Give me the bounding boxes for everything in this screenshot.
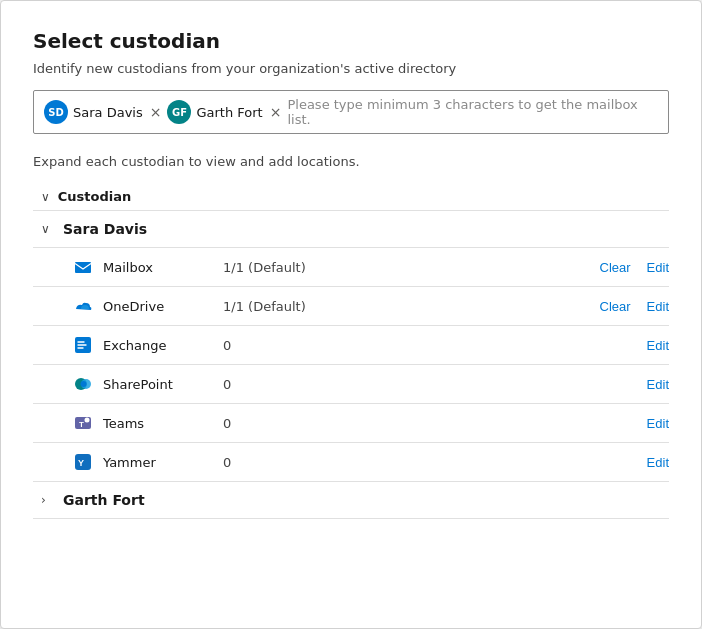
- clear-button-sara-davis-mailbox[interactable]: Clear: [600, 260, 631, 275]
- tag-name-garth-fort: Garth Fort: [196, 105, 262, 120]
- loc-status-exchange: 0: [223, 338, 585, 353]
- instruction-text: Expand each custodian to view and add lo…: [33, 154, 669, 169]
- loc-actions-mailbox: Clear Edit: [600, 260, 669, 275]
- loc-icon-yammer: Y: [73, 452, 93, 472]
- edit-button-sara-davis-onedrive[interactable]: Edit: [647, 299, 669, 314]
- location-row-sara-davis-teams: T Teams 0 Edit: [33, 404, 669, 443]
- edit-button-sara-davis-sharepoint[interactable]: Edit: [647, 377, 669, 392]
- loc-name-mailbox: Mailbox: [103, 260, 213, 275]
- dialog-title: Select custodian: [33, 29, 669, 53]
- location-row-sara-davis-exchange: Exchange 0 Edit: [33, 326, 669, 365]
- loc-actions-onedrive: Clear Edit: [600, 299, 669, 314]
- custodian-name-sara-davis: Sara Davis: [63, 221, 147, 237]
- column-header-label: Custodian: [58, 189, 131, 204]
- svg-point-7: [85, 418, 90, 423]
- search-placeholder: Please type minimum 3 characters to get …: [287, 97, 658, 127]
- loc-name-exchange: Exchange: [103, 338, 213, 353]
- edit-button-sara-davis-mailbox[interactable]: Edit: [647, 260, 669, 275]
- custodian-table: ∨ Custodian ∨ Sara Davis Mailbox 1/1 (De…: [33, 183, 669, 519]
- custodian-chevron-sara-davis: ∨: [41, 222, 55, 236]
- loc-actions-yammer: Edit: [595, 455, 669, 470]
- edit-button-sara-davis-yammer[interactable]: Edit: [647, 455, 669, 470]
- select-custodian-dialog: Select custodian Identify new custodians…: [0, 0, 702, 629]
- custodian-row-sara-davis[interactable]: ∨ Sara Davis: [33, 211, 669, 248]
- tag-sara-davis: SD Sara Davis ×: [44, 100, 161, 124]
- dialog-subtitle: Identify new custodians from your organi…: [33, 61, 669, 76]
- loc-icon-exchange: [73, 335, 93, 355]
- edit-button-sara-davis-teams[interactable]: Edit: [647, 416, 669, 431]
- column-header-row: ∨ Custodian: [33, 183, 669, 211]
- loc-icon-mailbox: [73, 257, 93, 277]
- loc-actions-sharepoint: Edit: [595, 377, 669, 392]
- edit-button-sara-davis-exchange[interactable]: Edit: [647, 338, 669, 353]
- loc-name-yammer: Yammer: [103, 455, 213, 470]
- loc-name-onedrive: OneDrive: [103, 299, 213, 314]
- custodian-search-box[interactable]: SD Sara Davis × GF Garth Fort × Please t…: [33, 90, 669, 134]
- custodian-name-garth-fort: Garth Fort: [63, 492, 145, 508]
- loc-icon-teams: T: [73, 413, 93, 433]
- loc-actions-teams: Edit: [595, 416, 669, 431]
- location-row-sara-davis-mailbox: Mailbox 1/1 (Default) Clear Edit: [33, 248, 669, 287]
- loc-status-teams: 0: [223, 416, 585, 431]
- svg-rect-0: [75, 262, 91, 273]
- custodian-chevron-garth-fort: ›: [41, 493, 55, 507]
- loc-actions-exchange: Edit: [595, 338, 669, 353]
- tag-close-garth-fort[interactable]: ×: [270, 105, 282, 119]
- column-header-chevron-icon: ∨: [41, 190, 50, 204]
- tag-garth-fort: GF Garth Fort ×: [167, 100, 281, 124]
- avatar-sara-davis: SD: [44, 100, 68, 124]
- loc-status-sharepoint: 0: [223, 377, 585, 392]
- tag-close-sara-davis[interactable]: ×: [150, 105, 162, 119]
- svg-text:T: T: [79, 420, 84, 429]
- tag-name-sara-davis: Sara Davis: [73, 105, 143, 120]
- location-row-sara-davis-sharepoint: SharePoint 0 Edit: [33, 365, 669, 404]
- svg-point-4: [81, 381, 87, 387]
- custodians-container: ∨ Sara Davis Mailbox 1/1 (Default) Clear…: [33, 211, 669, 519]
- loc-name-sharepoint: SharePoint: [103, 377, 213, 392]
- location-row-sara-davis-onedrive: OneDrive 1/1 (Default) Clear Edit: [33, 287, 669, 326]
- custodian-row-garth-fort[interactable]: › Garth Fort: [33, 482, 669, 519]
- loc-status-yammer: 0: [223, 455, 585, 470]
- clear-button-sara-davis-onedrive[interactable]: Clear: [600, 299, 631, 314]
- loc-icon-sharepoint: [73, 374, 93, 394]
- loc-status-onedrive: 1/1 (Default): [223, 299, 590, 314]
- loc-icon-onedrive: [73, 296, 93, 316]
- svg-text:Y: Y: [78, 458, 84, 468]
- location-row-sara-davis-yammer: Y Yammer 0 Edit: [33, 443, 669, 482]
- loc-status-mailbox: 1/1 (Default): [223, 260, 590, 275]
- loc-name-teams: Teams: [103, 416, 213, 431]
- avatar-garth-fort: GF: [167, 100, 191, 124]
